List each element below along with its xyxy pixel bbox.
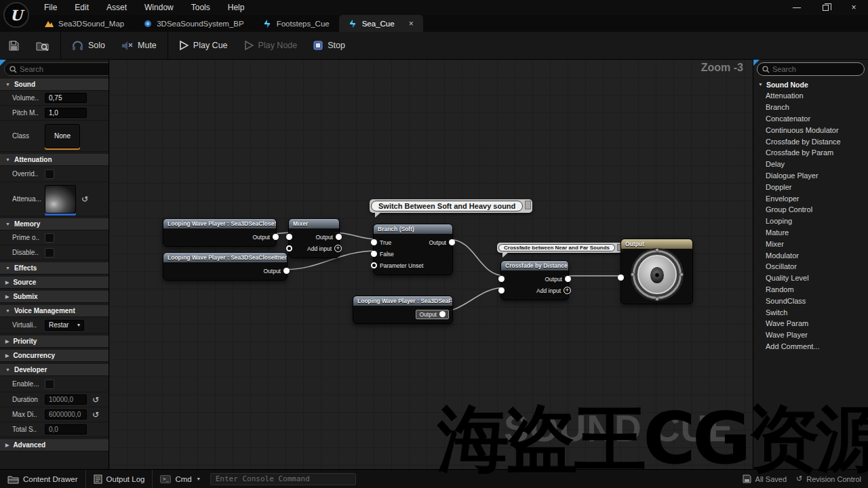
sound-class-dropdown[interactable]: None: [45, 124, 80, 148]
palette-item[interactable]: Branch: [753, 102, 868, 113]
palette-item[interactable]: Quality Level: [753, 272, 868, 284]
input-pin-empty[interactable]: [286, 245, 292, 251]
solo-button[interactable]: Solo: [64, 32, 113, 59]
override-checkbox[interactable]: [45, 169, 54, 179]
reset-to-default-icon[interactable]: ↺: [81, 195, 88, 204]
palette-item[interactable]: Attenuation: [753, 90, 868, 102]
reset-to-default-icon[interactable]: ↺: [92, 410, 99, 420]
palette-item[interactable]: Delay: [753, 159, 868, 170]
section-effects[interactable]: ▼ Effects: [0, 262, 108, 274]
palette-item[interactable]: Group Control: [753, 204, 868, 216]
total-samples-input[interactable]: 0,0: [45, 424, 87, 434]
volume-input[interactable]: 0,75: [45, 93, 87, 103]
palette-item[interactable]: Mature: [753, 227, 868, 239]
section-concurrency[interactable]: ▶ Concurrency: [0, 350, 108, 362]
max-distance-input[interactable]: 6000000,0: [45, 409, 87, 420]
palette-search-input[interactable]: [772, 65, 859, 73]
palette-item[interactable]: Enveloper: [753, 192, 868, 204]
output-pin[interactable]: [283, 268, 290, 274]
console-command-input[interactable]: [210, 473, 356, 485]
palette-item[interactable]: Looping: [753, 216, 868, 227]
details-search[interactable]: [4, 62, 109, 76]
section-developer[interactable]: ▼ Developer: [0, 364, 108, 376]
input-pin[interactable]: [618, 274, 624, 281]
palette-item[interactable]: Concatenator: [753, 113, 868, 125]
section-attenuation[interactable]: ▼ Attenuation: [0, 154, 108, 166]
palette-item[interactable]: Switch: [753, 306, 868, 318]
node-branch-soft[interactable]: Branch (Soft) True Output False: [373, 224, 453, 275]
cmd-selector[interactable]: >_ Cmd ▾: [153, 470, 207, 488]
revision-control-button[interactable]: ↺ Revision Control: [796, 474, 861, 483]
palette-item[interactable]: Crossfade by Distance: [753, 136, 868, 147]
add-input-icon[interactable]: +: [564, 287, 571, 294]
palette-item[interactable]: Modulator: [753, 249, 868, 261]
sound-cue-graph[interactable]: Zoom -3 SOUND CUE Looping Wave Player : …: [109, 60, 753, 469]
attenuation-asset-thumbnail[interactable]: [45, 185, 76, 214]
output-pin[interactable]: [565, 276, 571, 282]
output-pin[interactable]: [439, 311, 446, 317]
browse-to-asset-button[interactable]: [28, 32, 58, 59]
palette-item[interactable]: Dialogue Player: [753, 170, 868, 182]
tab-3dseasoundsystem-bp[interactable]: 3DSeaSoundSystem_BP: [134, 15, 254, 32]
comment-crossfade-near-far[interactable]: Crossfade between Near and Far Sounds: [497, 243, 623, 253]
play-node-button[interactable]: Play Node: [236, 32, 306, 59]
tab-sea3dsound-map[interactable]: Sea3DSound_Map: [35, 15, 134, 32]
parameter-pin[interactable]: [371, 262, 377, 268]
node-mixer[interactable]: Mixer Output Add input +: [288, 218, 340, 258]
output-pin[interactable]: [336, 234, 342, 240]
palette-item[interactable]: Random: [753, 284, 868, 296]
menu-help[interactable]: Help: [219, 0, 254, 15]
input-pin[interactable]: [286, 234, 292, 240]
menu-window[interactable]: Window: [136, 0, 182, 15]
section-submix[interactable]: ▶ Submix: [0, 291, 108, 303]
menu-tools[interactable]: Tools: [182, 0, 219, 15]
add-input-icon[interactable]: +: [334, 245, 342, 252]
palette-item[interactable]: Mixer: [753, 238, 868, 249]
close-button[interactable]: ×: [840, 0, 868, 15]
selected-output-pin[interactable]: Output: [416, 310, 449, 319]
disable-checkbox[interactable]: [45, 248, 54, 258]
node-wave-player-close-intense[interactable]: Looping Wave Player : Sea3DSeaCloseItnen…: [163, 252, 288, 281]
output-pin[interactable]: [273, 234, 279, 240]
section-advanced[interactable]: ▶ Advanced: [0, 439, 108, 451]
palette-search[interactable]: [757, 62, 865, 76]
node-wave-player-far[interactable]: Looping Wave Player : Sea3DSeaFar Output: [353, 296, 453, 324]
palette-item[interactable]: Wave Param: [753, 318, 868, 329]
comment-pin-icon[interactable]: [525, 201, 531, 209]
palette-item[interactable]: Add Comment...: [753, 341, 868, 352]
pitch-input[interactable]: 1,0: [45, 108, 87, 118]
reset-to-default-icon[interactable]: ↺: [92, 395, 99, 405]
tab-sea-cue[interactable]: Sea_Cue ×: [339, 15, 423, 32]
node-wave-player-close-soft[interactable]: Looping Wave Player : Sea3DSeaCloseSoft …: [163, 218, 277, 247]
save-button[interactable]: [0, 32, 28, 59]
node-output[interactable]: Output: [620, 239, 693, 304]
minimize-button[interactable]: —: [783, 0, 811, 15]
enable-checkbox[interactable]: [45, 380, 54, 389]
output-log-button[interactable]: Output Log: [86, 470, 153, 488]
tab-close-icon[interactable]: ×: [409, 19, 414, 28]
section-voice-management[interactable]: ▼ Voice Management: [0, 305, 108, 317]
menu-edit[interactable]: Edit: [66, 0, 98, 15]
section-memory[interactable]: ▼ Memory: [0, 218, 108, 230]
content-drawer-button[interactable]: Content Drawer: [0, 470, 85, 488]
input-pin[interactable]: [498, 276, 505, 282]
tab-footsteps-cue[interactable]: Footsteps_Cue: [254, 15, 339, 32]
section-sound[interactable]: ▼ Sound: [0, 79, 108, 91]
section-source[interactable]: ▶ Source: [0, 277, 108, 289]
output-pin[interactable]: [449, 239, 455, 245]
details-search-input[interactable]: [20, 65, 109, 73]
play-cue-button[interactable]: Play Cue: [171, 32, 236, 59]
prime-checkbox[interactable]: [45, 233, 54, 243]
true-pin[interactable]: [371, 239, 377, 245]
node-crossfade-by-distance[interactable]: Crossfade by Distance Output Add input +: [500, 260, 569, 300]
palette-category-sound-node[interactable]: ▼ Sound Node: [753, 79, 868, 90]
input-pin[interactable]: [498, 287, 505, 293]
duration-input[interactable]: 10000,0: [45, 394, 87, 405]
palette-item[interactable]: Doppler: [753, 181, 868, 192]
palette-item[interactable]: SoundClass: [753, 295, 868, 306]
virtualization-dropdown[interactable]: Restar ▾: [45, 320, 84, 331]
palette-item[interactable]: Continuous Modulator: [753, 124, 868, 136]
menu-file[interactable]: File: [35, 0, 66, 15]
stop-button[interactable]: Stop: [305, 32, 353, 59]
comment-switch-soft-heavy[interactable]: Switch Between Soft and Heavy sound: [370, 199, 532, 213]
